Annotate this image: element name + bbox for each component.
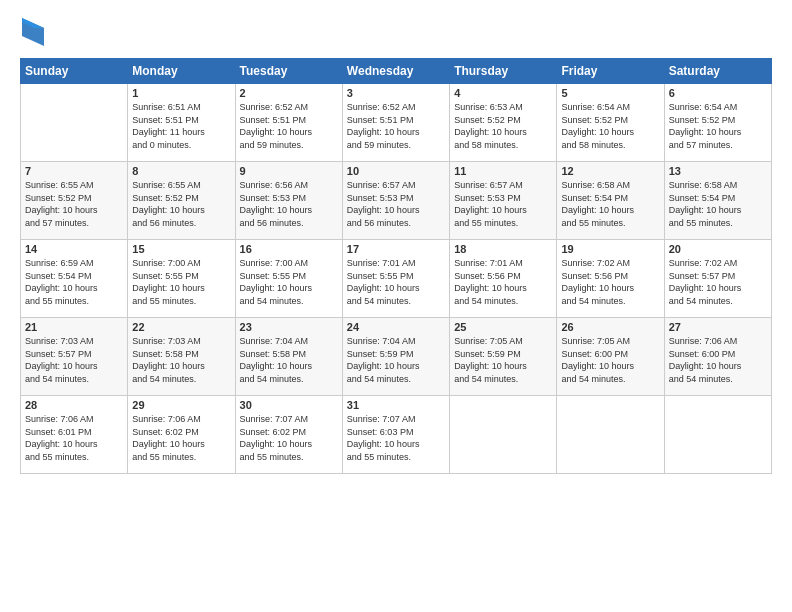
day-number: 29	[132, 399, 230, 411]
week-row-2: 7Sunrise: 6:55 AM Sunset: 5:52 PM Daylig…	[21, 162, 772, 240]
day-number: 14	[25, 243, 123, 255]
day-cell: 17Sunrise: 7:01 AM Sunset: 5:55 PM Dayli…	[342, 240, 449, 318]
header-day-monday: Monday	[128, 59, 235, 84]
day-number: 22	[132, 321, 230, 333]
day-cell: 18Sunrise: 7:01 AM Sunset: 5:56 PM Dayli…	[450, 240, 557, 318]
day-cell: 7Sunrise: 6:55 AM Sunset: 5:52 PM Daylig…	[21, 162, 128, 240]
calendar-page: SundayMondayTuesdayWednesdayThursdayFrid…	[0, 0, 792, 486]
day-cell: 4Sunrise: 6:53 AM Sunset: 5:52 PM Daylig…	[450, 84, 557, 162]
day-info: Sunrise: 7:07 AM Sunset: 6:02 PM Dayligh…	[240, 413, 338, 463]
day-number: 12	[561, 165, 659, 177]
day-info: Sunrise: 6:51 AM Sunset: 5:51 PM Dayligh…	[132, 101, 230, 151]
day-info: Sunrise: 7:06 AM Sunset: 6:01 PM Dayligh…	[25, 413, 123, 463]
day-number: 17	[347, 243, 445, 255]
day-cell	[21, 84, 128, 162]
day-cell: 19Sunrise: 7:02 AM Sunset: 5:56 PM Dayli…	[557, 240, 664, 318]
day-cell: 13Sunrise: 6:58 AM Sunset: 5:54 PM Dayli…	[664, 162, 771, 240]
day-cell: 9Sunrise: 6:56 AM Sunset: 5:53 PM Daylig…	[235, 162, 342, 240]
day-number: 6	[669, 87, 767, 99]
header-day-sunday: Sunday	[21, 59, 128, 84]
day-cell: 28Sunrise: 7:06 AM Sunset: 6:01 PM Dayli…	[21, 396, 128, 474]
header-day-thursday: Thursday	[450, 59, 557, 84]
day-info: Sunrise: 7:04 AM Sunset: 5:59 PM Dayligh…	[347, 335, 445, 385]
day-number: 24	[347, 321, 445, 333]
day-info: Sunrise: 7:05 AM Sunset: 6:00 PM Dayligh…	[561, 335, 659, 385]
day-info: Sunrise: 6:57 AM Sunset: 5:53 PM Dayligh…	[454, 179, 552, 229]
day-info: Sunrise: 7:06 AM Sunset: 6:02 PM Dayligh…	[132, 413, 230, 463]
day-cell: 11Sunrise: 6:57 AM Sunset: 5:53 PM Dayli…	[450, 162, 557, 240]
day-cell: 2Sunrise: 6:52 AM Sunset: 5:51 PM Daylig…	[235, 84, 342, 162]
day-number: 18	[454, 243, 552, 255]
day-cell: 6Sunrise: 6:54 AM Sunset: 5:52 PM Daylig…	[664, 84, 771, 162]
day-number: 11	[454, 165, 552, 177]
day-cell: 21Sunrise: 7:03 AM Sunset: 5:57 PM Dayli…	[21, 318, 128, 396]
day-cell: 8Sunrise: 6:55 AM Sunset: 5:52 PM Daylig…	[128, 162, 235, 240]
day-info: Sunrise: 7:07 AM Sunset: 6:03 PM Dayligh…	[347, 413, 445, 463]
day-info: Sunrise: 7:00 AM Sunset: 5:55 PM Dayligh…	[240, 257, 338, 307]
day-info: Sunrise: 6:53 AM Sunset: 5:52 PM Dayligh…	[454, 101, 552, 151]
day-number: 30	[240, 399, 338, 411]
day-cell: 24Sunrise: 7:04 AM Sunset: 5:59 PM Dayli…	[342, 318, 449, 396]
day-number: 25	[454, 321, 552, 333]
day-cell: 23Sunrise: 7:04 AM Sunset: 5:58 PM Dayli…	[235, 318, 342, 396]
day-cell	[664, 396, 771, 474]
day-info: Sunrise: 6:56 AM Sunset: 5:53 PM Dayligh…	[240, 179, 338, 229]
day-info: Sunrise: 6:58 AM Sunset: 5:54 PM Dayligh…	[561, 179, 659, 229]
day-number: 2	[240, 87, 338, 99]
day-number: 15	[132, 243, 230, 255]
day-info: Sunrise: 6:59 AM Sunset: 5:54 PM Dayligh…	[25, 257, 123, 307]
day-number: 26	[561, 321, 659, 333]
day-cell: 31Sunrise: 7:07 AM Sunset: 6:03 PM Dayli…	[342, 396, 449, 474]
week-row-5: 28Sunrise: 7:06 AM Sunset: 6:01 PM Dayli…	[21, 396, 772, 474]
day-cell: 16Sunrise: 7:00 AM Sunset: 5:55 PM Dayli…	[235, 240, 342, 318]
day-info: Sunrise: 7:03 AM Sunset: 5:58 PM Dayligh…	[132, 335, 230, 385]
day-number: 7	[25, 165, 123, 177]
day-info: Sunrise: 7:06 AM Sunset: 6:00 PM Dayligh…	[669, 335, 767, 385]
day-info: Sunrise: 7:02 AM Sunset: 5:56 PM Dayligh…	[561, 257, 659, 307]
day-number: 9	[240, 165, 338, 177]
day-number: 31	[347, 399, 445, 411]
day-info: Sunrise: 6:58 AM Sunset: 5:54 PM Dayligh…	[669, 179, 767, 229]
day-number: 16	[240, 243, 338, 255]
day-cell: 26Sunrise: 7:05 AM Sunset: 6:00 PM Dayli…	[557, 318, 664, 396]
day-number: 1	[132, 87, 230, 99]
day-cell	[557, 396, 664, 474]
day-cell: 29Sunrise: 7:06 AM Sunset: 6:02 PM Dayli…	[128, 396, 235, 474]
day-info: Sunrise: 6:55 AM Sunset: 5:52 PM Dayligh…	[25, 179, 123, 229]
day-cell: 14Sunrise: 6:59 AM Sunset: 5:54 PM Dayli…	[21, 240, 128, 318]
day-cell: 27Sunrise: 7:06 AM Sunset: 6:00 PM Dayli…	[664, 318, 771, 396]
header	[20, 18, 772, 46]
day-cell: 22Sunrise: 7:03 AM Sunset: 5:58 PM Dayli…	[128, 318, 235, 396]
day-info: Sunrise: 7:02 AM Sunset: 5:57 PM Dayligh…	[669, 257, 767, 307]
header-day-friday: Friday	[557, 59, 664, 84]
logo	[20, 18, 44, 46]
day-number: 28	[25, 399, 123, 411]
day-info: Sunrise: 6:52 AM Sunset: 5:51 PM Dayligh…	[240, 101, 338, 151]
header-day-tuesday: Tuesday	[235, 59, 342, 84]
day-cell: 12Sunrise: 6:58 AM Sunset: 5:54 PM Dayli…	[557, 162, 664, 240]
day-info: Sunrise: 7:03 AM Sunset: 5:57 PM Dayligh…	[25, 335, 123, 385]
day-number: 10	[347, 165, 445, 177]
day-info: Sunrise: 6:54 AM Sunset: 5:52 PM Dayligh…	[561, 101, 659, 151]
logo-icon	[22, 18, 44, 46]
day-info: Sunrise: 6:55 AM Sunset: 5:52 PM Dayligh…	[132, 179, 230, 229]
day-number: 23	[240, 321, 338, 333]
day-info: Sunrise: 7:05 AM Sunset: 5:59 PM Dayligh…	[454, 335, 552, 385]
day-number: 13	[669, 165, 767, 177]
day-info: Sunrise: 6:54 AM Sunset: 5:52 PM Dayligh…	[669, 101, 767, 151]
week-row-1: 1Sunrise: 6:51 AM Sunset: 5:51 PM Daylig…	[21, 84, 772, 162]
day-info: Sunrise: 7:01 AM Sunset: 5:55 PM Dayligh…	[347, 257, 445, 307]
day-number: 8	[132, 165, 230, 177]
header-day-saturday: Saturday	[664, 59, 771, 84]
week-row-4: 21Sunrise: 7:03 AM Sunset: 5:57 PM Dayli…	[21, 318, 772, 396]
header-day-wednesday: Wednesday	[342, 59, 449, 84]
day-cell: 10Sunrise: 6:57 AM Sunset: 5:53 PM Dayli…	[342, 162, 449, 240]
day-cell	[450, 396, 557, 474]
week-row-3: 14Sunrise: 6:59 AM Sunset: 5:54 PM Dayli…	[21, 240, 772, 318]
day-number: 27	[669, 321, 767, 333]
day-number: 5	[561, 87, 659, 99]
day-cell: 30Sunrise: 7:07 AM Sunset: 6:02 PM Dayli…	[235, 396, 342, 474]
day-number: 19	[561, 243, 659, 255]
day-cell: 20Sunrise: 7:02 AM Sunset: 5:57 PM Dayli…	[664, 240, 771, 318]
day-number: 4	[454, 87, 552, 99]
